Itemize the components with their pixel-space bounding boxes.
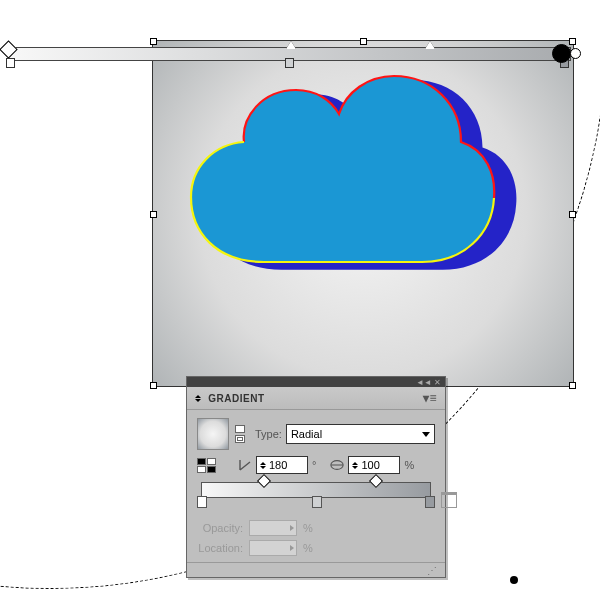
gradient-type-value: Radial bbox=[291, 428, 322, 440]
selection-handle-left-middle[interactable] bbox=[150, 211, 157, 218]
angle-input[interactable]: 180 bbox=[256, 456, 308, 474]
selection-handle-top-middle[interactable] bbox=[360, 38, 367, 45]
location-input bbox=[249, 540, 297, 556]
gradient-preview-swatch[interactable] bbox=[197, 418, 229, 450]
aspect-unit: % bbox=[404, 459, 414, 471]
location-label: Location: bbox=[197, 542, 243, 554]
fill-swatch-icon[interactable] bbox=[235, 425, 245, 433]
panel-cycle-down-icon[interactable] bbox=[195, 399, 201, 402]
panel-menu-icon[interactable]: ▾≡ bbox=[423, 391, 437, 405]
opacity-label: Opacity: bbox=[197, 522, 243, 534]
gradient-annotator[interactable] bbox=[2, 46, 582, 64]
gradient-slider-midpoint[interactable] bbox=[257, 474, 271, 488]
selection-handle-bottom-right[interactable] bbox=[569, 382, 576, 389]
gradient-end-ring-handle[interactable] bbox=[570, 48, 581, 59]
gradient-slider-midpoint[interactable] bbox=[369, 474, 383, 488]
angle-value: 180 bbox=[269, 459, 287, 471]
panel-tab-bar[interactable]: ◄◄ ✕ bbox=[187, 377, 445, 387]
type-label: Type: bbox=[255, 428, 282, 440]
gradient-annotator-endpoint[interactable] bbox=[510, 576, 518, 584]
selection-handle-bottom-left[interactable] bbox=[150, 382, 157, 389]
gradient-end-fill-handle[interactable] bbox=[552, 44, 571, 63]
gradient-slider-stop[interactable] bbox=[197, 496, 207, 508]
gradient-stop-handle[interactable] bbox=[285, 58, 294, 68]
aspect-ratio-input[interactable]: 100 bbox=[348, 456, 400, 474]
gradient-midpoint-diamond[interactable] bbox=[425, 41, 435, 49]
opacity-input bbox=[249, 520, 297, 536]
panel-title: GRADIENT bbox=[208, 393, 264, 404]
panel-collapse-icon[interactable]: ◄◄ ✕ bbox=[416, 378, 441, 387]
gradient-slider-stop[interactable] bbox=[425, 496, 435, 508]
panel-resize-grip[interactable]: ⋰ bbox=[187, 562, 445, 577]
gradient-slider-stop[interactable] bbox=[312, 496, 322, 508]
aspect-ratio-value: 100 bbox=[361, 459, 379, 471]
aspect-ratio-icon bbox=[330, 458, 344, 472]
gradient-panel: ◄◄ ✕ GRADIENT ▾≡ Type: Radial bbox=[186, 376, 446, 578]
angle-icon bbox=[238, 458, 252, 472]
location-row: Location: % bbox=[197, 540, 435, 556]
stroke-swatch-icon[interactable] bbox=[235, 435, 245, 443]
panel-cycle-up-icon[interactable] bbox=[195, 395, 201, 398]
selection-handle-top-left[interactable] bbox=[150, 38, 157, 45]
reverse-gradient-button[interactable] bbox=[197, 458, 216, 473]
delete-stop-button[interactable] bbox=[441, 492, 457, 508]
gradient-stop-handle[interactable] bbox=[6, 58, 15, 68]
opacity-unit: % bbox=[303, 522, 313, 534]
selection-handle-right-middle[interactable] bbox=[569, 211, 576, 218]
opacity-row: Opacity: % bbox=[197, 520, 435, 536]
location-unit: % bbox=[303, 542, 313, 554]
selection-handle-top-right[interactable] bbox=[569, 38, 576, 45]
gradient-type-select[interactable]: Radial bbox=[286, 424, 435, 444]
chevron-down-icon bbox=[422, 432, 430, 437]
gradient-midpoint-diamond[interactable] bbox=[286, 41, 296, 49]
degree-symbol: ° bbox=[312, 459, 316, 471]
cloud-shape[interactable] bbox=[186, 72, 502, 292]
